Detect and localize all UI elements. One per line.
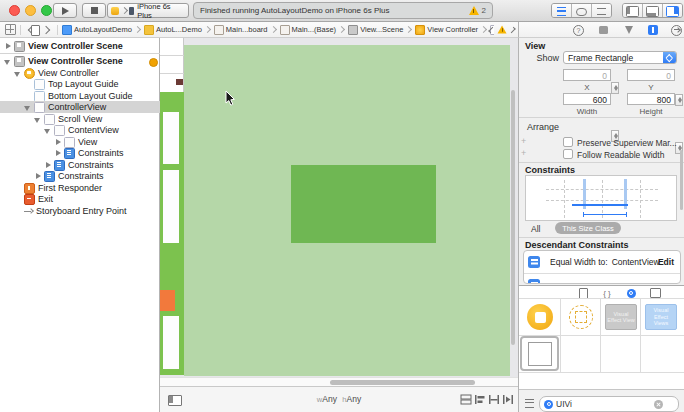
width-field[interactable]: 600 (563, 93, 611, 105)
toggle-utilities-button[interactable] (663, 4, 682, 18)
chevron-right-icon[interactable] (34, 172, 42, 180)
descendant-constraint-row[interactable]: Equal Width to: ContentView Edit (524, 251, 680, 274)
content-subview[interactable] (291, 165, 436, 243)
toggle-debug-area-button[interactable] (643, 4, 663, 18)
x-stepper[interactable] (611, 82, 619, 94)
run-button[interactable] (53, 3, 77, 18)
align-button[interactable] (474, 394, 486, 405)
tab-size-inspector[interactable] (647, 25, 658, 36)
breadcrumb-item-project[interactable]: AutoLayoutDemo (62, 25, 144, 35)
warning-count[interactable]: 2 (482, 6, 486, 15)
storyboard-file-icon (280, 25, 290, 35)
outline-row-scene[interactable]: View Controller Scene (0, 55, 164, 67)
outline-row-entry-point[interactable]: Storyboard Entry Point (0, 205, 174, 217)
warning-icon[interactable] (498, 25, 507, 33)
descendant-constraint-row-partial[interactable] (524, 274, 680, 284)
related-items-icon[interactable] (5, 24, 16, 35)
close-window-button[interactable] (9, 5, 20, 16)
resolve-autolayout-button[interactable] (502, 394, 514, 405)
library-list-toggle-button[interactable] (525, 399, 534, 408)
library-item-visual-effect-view[interactable]: Visual Effect View (605, 304, 637, 330)
chevron-right-icon[interactable] (44, 161, 52, 169)
tab-media-library[interactable] (649, 288, 661, 298)
width-constraint-line[interactable] (572, 204, 628, 206)
tab-code-snippets[interactable]: { } (601, 288, 613, 298)
horizontal-scrollbar[interactable] (330, 380, 475, 385)
neighbor-orange-view (160, 290, 175, 311)
chevron-right-icon[interactable] (54, 149, 62, 157)
chevron-down-icon[interactable] (34, 115, 42, 123)
clear-filter-icon[interactable] (654, 400, 663, 409)
x-field[interactable]: 0 (563, 69, 611, 81)
y-field[interactable]: 0 (627, 69, 675, 81)
go-forward-button[interactable] (42, 25, 50, 33)
tab-connections-inspector[interactable] (671, 25, 682, 36)
next-issue-button[interactable] (509, 26, 515, 32)
library-item-view-controller[interactable] (527, 304, 553, 330)
equal-width-constraint-line[interactable] (583, 214, 627, 215)
descendant-constraints-list: Equal Width to: ContentView Edit (523, 250, 681, 284)
document-outline: View Controller Scene View Controller Sc… (0, 38, 160, 412)
outline-row-scene-collapsed[interactable]: View Controller Scene (0, 40, 164, 52)
constraints-diagram[interactable] (525, 175, 677, 221)
minimize-window-button[interactable] (25, 5, 36, 16)
breadcrumb-item-view-controller[interactable]: View Controller (415, 25, 490, 35)
spacer (24, 80, 32, 88)
outline-row-controllerview[interactable]: ControllerView (0, 101, 184, 113)
vertical-scrollbar[interactable] (511, 90, 515, 345)
height-field[interactable]: 800 (627, 93, 675, 105)
chevron-right-icon[interactable] (54, 138, 62, 146)
outline-row-top-layout-guide[interactable]: Top Layout Guide (0, 78, 184, 90)
divider (20, 25, 21, 35)
outline-row-exit[interactable]: Exit (0, 193, 174, 205)
constraints-icon (44, 171, 55, 182)
chevron-down-icon[interactable] (44, 126, 52, 134)
library-item-view-selected[interactable] (520, 336, 559, 371)
divider (519, 117, 684, 118)
tab-identity-inspector[interactable] (598, 25, 609, 36)
breadcrumb-item-storyboard[interactable]: Main...board (214, 25, 280, 35)
tab-object-library[interactable] (625, 288, 637, 298)
y-stepper[interactable] (675, 94, 683, 106)
follow-readable-width-checkbox[interactable] (563, 149, 573, 159)
neighbor-scene-view[interactable] (160, 92, 184, 375)
breadcrumb-item-group[interactable]: AutoL...Demo (144, 25, 214, 35)
tab-file-templates[interactable] (577, 288, 589, 298)
standard-editor-button[interactable] (552, 4, 572, 18)
chevron-right-icon[interactable] (4, 42, 12, 50)
file-inspector-icon (31, 25, 40, 36)
assistant-editor-button[interactable] (572, 4, 592, 18)
stack-button[interactable] (460, 394, 472, 405)
previous-issue-button[interactable] (488, 26, 494, 32)
library-filter-field[interactable] (539, 396, 679, 412)
constraints-icon (64, 148, 75, 159)
chevron-down-icon[interactable] (24, 103, 32, 111)
stop-button[interactable] (82, 3, 106, 18)
pin-button[interactable] (488, 394, 500, 405)
breadcrumb-item-scene[interactable]: View...Scene (348, 25, 415, 35)
storyboard-canvas[interactable] (160, 38, 518, 386)
scheme-selector[interactable]: iPhone 6s Plus (107, 3, 189, 18)
version-editor-button[interactable] (592, 4, 611, 18)
chevron-down-icon[interactable] (14, 69, 22, 77)
preserve-superview-checkbox[interactable] (563, 137, 573, 147)
constraints-tab-size-class[interactable]: This Size Class (555, 222, 621, 234)
library-item-visual-effect-views[interactable]: Visual Effect Views (645, 304, 677, 330)
tab-file-inspector[interactable] (30, 25, 41, 36)
toggle-navigator-button[interactable] (623, 4, 643, 18)
tab-attributes-inspector[interactable] (623, 25, 634, 36)
divider (519, 372, 684, 373)
size-inspector-icon (648, 25, 658, 35)
neighbor-subview (163, 170, 179, 243)
breadcrumb-item-storyboard-base[interactable]: Main...(Base) (280, 25, 349, 35)
library-filter-input[interactable] (556, 399, 652, 409)
warning-icon[interactable] (469, 6, 479, 15)
constraints-tab-all[interactable]: All (531, 224, 540, 234)
edit-constraint-button[interactable]: Edit (658, 257, 674, 267)
chevron-down-icon[interactable] (4, 57, 12, 65)
show-popup[interactable]: Frame Rectangle (563, 51, 677, 64)
library-item-storyboard-reference[interactable] (569, 305, 593, 329)
zoom-window-button[interactable] (41, 5, 52, 16)
tab-quick-help[interactable]: ? (573, 25, 584, 36)
inspector-scrollbar[interactable] (680, 150, 683, 210)
